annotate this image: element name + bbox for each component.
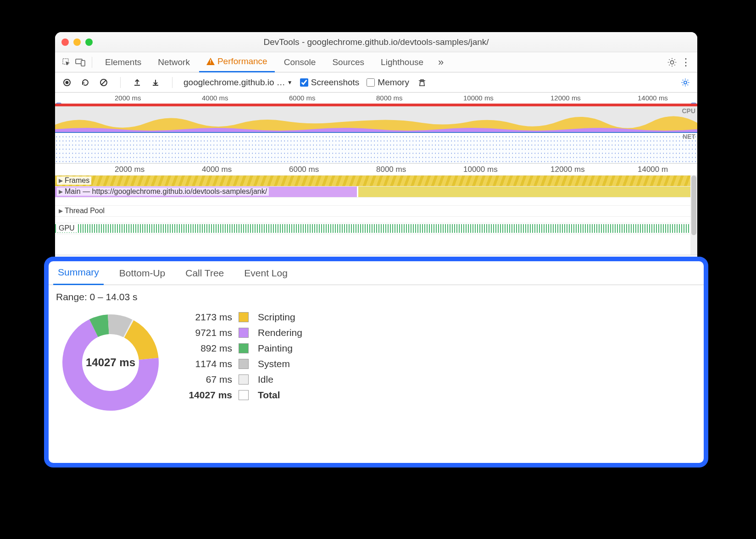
tab-summary[interactable]: Summary	[53, 261, 104, 285]
tick: 8000 ms	[376, 94, 403, 102]
cpu-label: CPU	[682, 107, 695, 115]
scrollbar-thumb[interactable]	[691, 176, 696, 235]
lane-gpu[interactable]: GPU	[55, 223, 697, 234]
legend-painting-val: 892 ms	[182, 343, 232, 354]
minimize-icon[interactable]	[73, 38, 81, 46]
legend-idle-val: 67 ms	[182, 374, 232, 385]
memory-input[interactable]	[367, 78, 375, 87]
chevron-down-icon: ▼	[287, 79, 293, 86]
clear-icon[interactable]	[98, 77, 109, 88]
tab-lighthouse[interactable]: Lighthouse	[373, 52, 431, 72]
legend-system-swatch	[239, 359, 249, 369]
lane-spacer	[55, 217, 697, 223]
legend-system-val: 1174 ms	[182, 358, 232, 369]
overview-panel[interactable]: 2000 ms 4000 ms 6000 ms 8000 ms 10000 ms…	[55, 93, 697, 164]
tab-bottom-up[interactable]: Bottom-Up	[115, 261, 170, 285]
legend-painting-label: Painting	[258, 343, 302, 354]
screenshots-checkbox[interactable]: Screenshots	[300, 77, 360, 88]
legend-total-val: 14027 ms	[182, 390, 232, 401]
tab-sources[interactable]: Sources	[325, 52, 372, 72]
close-icon[interactable]	[61, 38, 69, 46]
divider	[92, 57, 92, 68]
legend-rendering-swatch	[239, 328, 249, 338]
tick: 2000 ms	[115, 94, 141, 102]
profile-selector[interactable]: googlechrome.github.io … ▼	[183, 77, 293, 88]
net-overview	[55, 135, 697, 163]
tick: 14000 m	[638, 165, 668, 174]
legend-painting-swatch	[239, 343, 249, 353]
more-tabs-icon[interactable]: »	[433, 56, 449, 68]
tab-performance-label: Performance	[217, 56, 267, 66]
svg-line-6	[101, 80, 106, 85]
expand-icon[interactable]: ▶	[59, 208, 63, 214]
tab-performance[interactable]: Performance	[199, 52, 275, 72]
expand-icon[interactable]: ▶	[59, 188, 63, 195]
expand-icon[interactable]: ▶	[59, 177, 63, 184]
legend-idle-swatch	[239, 374, 249, 385]
tick: 2000 ms	[115, 165, 145, 174]
legend-scripting-swatch	[239, 312, 249, 322]
legend-total-swatch	[239, 390, 249, 400]
device-toggle-icon[interactable]	[74, 56, 86, 68]
capture-settings-icon[interactable]	[680, 77, 691, 88]
net-label: NET	[683, 133, 695, 140]
tick: 12000 ms	[550, 165, 585, 174]
titlebar: DevTools - googlechrome.github.io/devtoo…	[55, 32, 697, 52]
tab-network[interactable]: Network	[150, 52, 197, 72]
lane-main-detail[interactable]	[55, 198, 697, 206]
reload-icon[interactable]	[80, 77, 91, 88]
svg-point-7	[684, 81, 687, 83]
legend-system-label: System	[258, 358, 302, 369]
traffic-lights	[61, 38, 93, 46]
tick: 6000 ms	[289, 94, 316, 102]
tick: 6000 ms	[289, 165, 319, 174]
lane-thread-pool[interactable]: ▶Thread Pool	[55, 206, 697, 217]
summary-body: 14027 ms 2173 ms Scripting 9721 ms Rende…	[49, 305, 704, 463]
lane-frames[interactable]: ▶Frames	[55, 176, 697, 187]
settings-icon[interactable]	[666, 56, 678, 68]
flame-ruler[interactable]: 2000 ms 4000 ms 6000 ms 8000 ms 10000 ms…	[55, 164, 697, 176]
range-label: Range: 0 – 14.03 s	[49, 285, 704, 305]
record-icon[interactable]	[61, 77, 72, 88]
svg-rect-2	[81, 60, 85, 66]
kebab-menu-icon[interactable]: ⋮	[680, 56, 692, 68]
details-tab-strip: Summary Bottom-Up Call Tree Event Log	[49, 261, 704, 285]
flame-chart[interactable]: 2000 ms 4000 ms 6000 ms 8000 ms 10000 ms…	[55, 164, 697, 255]
lane-thread-pool-label: Thread Pool	[65, 207, 105, 215]
tick: 14000 ms	[638, 94, 668, 102]
summary-panel-highlight: Summary Bottom-Up Call Tree Event Log Ra…	[44, 257, 708, 468]
tab-call-tree[interactable]: Call Tree	[181, 261, 228, 285]
performance-toolbar: googlechrome.github.io … ▼ Screenshots M…	[55, 72, 697, 93]
tab-event-log[interactable]: Event Log	[239, 261, 292, 285]
tab-console[interactable]: Console	[277, 52, 323, 72]
flame-scrollbar[interactable]	[690, 176, 697, 255]
profile-selector-label: googlechrome.github.io …	[183, 77, 285, 88]
screenshots-input[interactable]	[300, 78, 308, 87]
upload-icon[interactable]	[132, 77, 143, 88]
overview-ruler[interactable]: 2000 ms 4000 ms 6000 ms 8000 ms 10000 ms…	[55, 93, 697, 104]
lane-frames-label: Frames	[65, 176, 89, 185]
tab-elements[interactable]: Elements	[98, 52, 149, 72]
inspect-icon[interactable]	[61, 56, 72, 68]
download-icon[interactable]	[150, 77, 161, 88]
divider	[120, 77, 121, 88]
screenshots-label: Screenshots	[311, 77, 360, 88]
lane-main-label: Main — https://googlechrome.github.io/de…	[65, 187, 267, 196]
lane-main[interactable]: ▶Main — https://googlechrome.github.io/d…	[55, 187, 697, 198]
tick: 12000 ms	[550, 94, 581, 102]
svg-point-4	[66, 81, 69, 84]
main-tab-strip: Elements Network Performance Console Sou…	[55, 52, 697, 72]
memory-checkbox[interactable]: Memory	[367, 77, 409, 88]
gpu-bars	[55, 224, 697, 233]
lane-gpu-label: GPU	[59, 224, 75, 232]
legend-rendering-val: 9721 ms	[182, 327, 232, 338]
legend-scripting-label: Scripting	[258, 312, 302, 323]
legend-idle-label: Idle	[258, 374, 302, 385]
legend-total-label: Total	[258, 390, 302, 401]
zoom-icon[interactable]	[85, 38, 93, 46]
legend-scripting-val: 2173 ms	[182, 312, 232, 323]
cpu-overview	[55, 106, 697, 133]
window-title: DevTools - googlechrome.github.io/devtoo…	[55, 37, 697, 47]
garbage-collect-icon[interactable]	[417, 77, 428, 88]
memory-label: Memory	[378, 77, 409, 88]
